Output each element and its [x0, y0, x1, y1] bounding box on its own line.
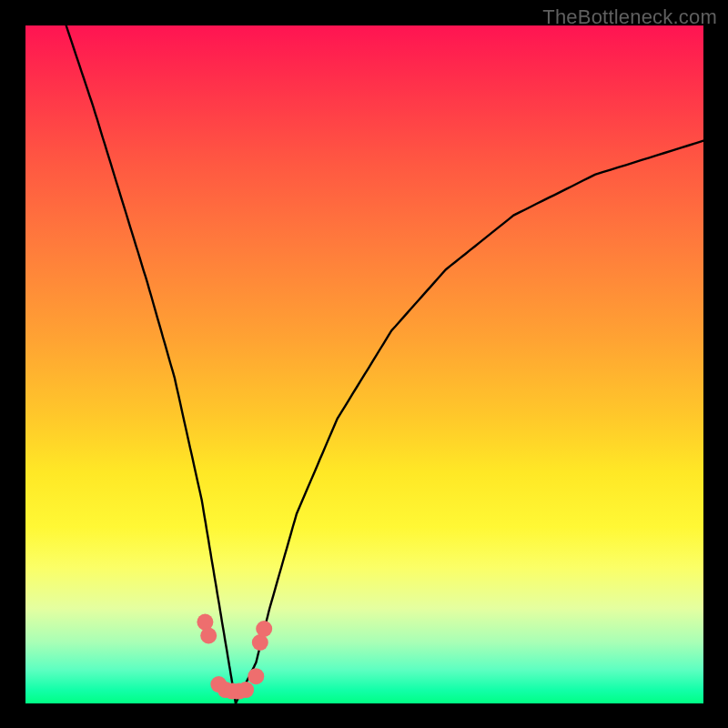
chart-frame: TheBottleneck.com — [0, 0, 728, 728]
watermark-text: TheBottleneck.com — [542, 5, 717, 29]
curve-svg — [25, 25, 703, 703]
sample-dots — [197, 614, 272, 700]
sample-dot — [256, 621, 272, 637]
sample-dot — [248, 668, 264, 684]
plot-area — [25, 25, 703, 703]
sample-dot — [238, 682, 254, 698]
sample-dot — [200, 628, 217, 644]
bottleneck-curve-path — [66, 25, 703, 703]
bottleneck-curve — [66, 25, 703, 703]
